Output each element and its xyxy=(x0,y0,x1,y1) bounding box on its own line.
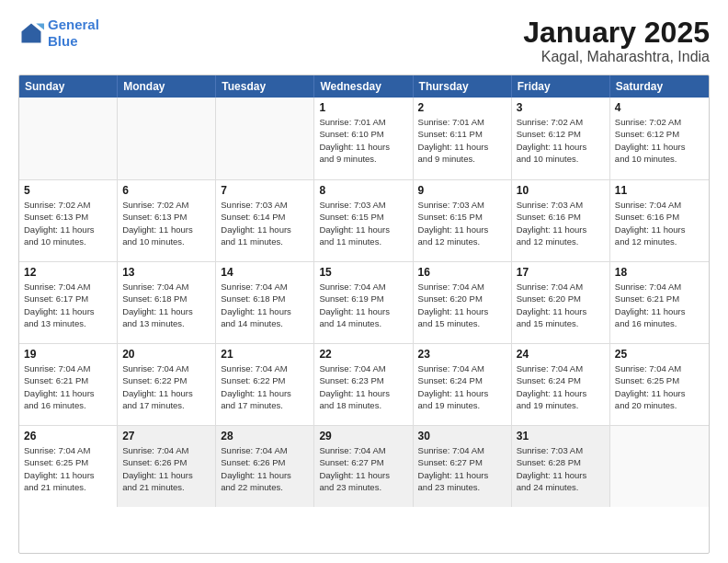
day-number: 26 xyxy=(24,430,112,442)
calendar-cell: 18Sunrise: 7:04 AM Sunset: 6:21 PM Dayli… xyxy=(610,262,709,343)
weekday-header: Wednesday xyxy=(314,75,413,98)
day-info: Sunrise: 7:03 AM Sunset: 6:14 PM Dayligh… xyxy=(221,199,309,247)
day-info: Sunrise: 7:04 AM Sunset: 6:26 PM Dayligh… xyxy=(122,444,210,493)
day-info: Sunrise: 7:03 AM Sunset: 6:16 PM Dayligh… xyxy=(517,199,605,247)
svg-marker-0 xyxy=(22,24,41,43)
day-info: Sunrise: 7:04 AM Sunset: 6:23 PM Dayligh… xyxy=(319,362,407,411)
calendar-cell xyxy=(610,426,709,507)
calendar-cell: 15Sunrise: 7:04 AM Sunset: 6:19 PM Dayli… xyxy=(314,262,413,343)
calendar-cell: 2Sunrise: 7:01 AM Sunset: 6:11 PM Daylig… xyxy=(414,98,512,179)
day-number: 27 xyxy=(122,430,210,442)
calendar: SundayMondayTuesdayWednesdayThursdayFrid… xyxy=(18,75,710,554)
calendar-cell: 25Sunrise: 7:04 AM Sunset: 6:25 PM Dayli… xyxy=(610,344,709,425)
calendar-cell: 11Sunrise: 7:04 AM Sunset: 6:16 PM Dayli… xyxy=(610,180,709,261)
day-number: 31 xyxy=(517,430,605,442)
calendar-cell: 13Sunrise: 7:04 AM Sunset: 6:18 PM Dayli… xyxy=(118,262,216,343)
logo-line1: General xyxy=(48,17,99,32)
day-number: 5 xyxy=(24,184,112,197)
calendar-subtitle: Kagal, Maharashtra, India xyxy=(523,49,710,65)
weekday-header: Sunday xyxy=(19,75,118,98)
day-number: 18 xyxy=(615,266,704,279)
logo: General Blue xyxy=(18,17,99,50)
day-info: Sunrise: 7:02 AM Sunset: 6:12 PM Dayligh… xyxy=(517,116,605,165)
day-info: Sunrise: 7:04 AM Sunset: 6:22 PM Dayligh… xyxy=(122,362,210,411)
day-info: Sunrise: 7:02 AM Sunset: 6:13 PM Dayligh… xyxy=(24,199,112,247)
day-number: 29 xyxy=(319,430,407,442)
day-info: Sunrise: 7:03 AM Sunset: 6:28 PM Dayligh… xyxy=(517,444,605,493)
calendar-cell xyxy=(118,98,216,179)
calendar-cell: 21Sunrise: 7:04 AM Sunset: 6:22 PM Dayli… xyxy=(216,344,314,425)
calendar-cell: 7Sunrise: 7:03 AM Sunset: 6:14 PM Daylig… xyxy=(216,180,314,261)
day-info: Sunrise: 7:04 AM Sunset: 6:20 PM Dayligh… xyxy=(517,281,605,329)
day-number: 15 xyxy=(319,266,407,279)
day-info: Sunrise: 7:04 AM Sunset: 6:27 PM Dayligh… xyxy=(319,444,407,493)
day-number: 25 xyxy=(615,348,704,361)
calendar-cell: 3Sunrise: 7:02 AM Sunset: 6:12 PM Daylig… xyxy=(512,98,610,179)
weekday-header: Friday xyxy=(512,75,610,98)
day-number: 8 xyxy=(319,184,407,197)
day-info: Sunrise: 7:04 AM Sunset: 6:21 PM Dayligh… xyxy=(615,281,704,329)
calendar-cell: 20Sunrise: 7:04 AM Sunset: 6:22 PM Dayli… xyxy=(118,344,216,425)
calendar-week: 19Sunrise: 7:04 AM Sunset: 6:21 PM Dayli… xyxy=(19,343,709,425)
day-info: Sunrise: 7:04 AM Sunset: 6:21 PM Dayligh… xyxy=(24,362,112,411)
day-number: 24 xyxy=(517,348,605,361)
calendar-title: January 2025 xyxy=(523,17,710,49)
day-number: 21 xyxy=(221,348,309,361)
day-number: 16 xyxy=(418,266,506,279)
day-number: 10 xyxy=(517,184,605,197)
day-number: 30 xyxy=(418,430,506,442)
day-number: 6 xyxy=(122,184,210,197)
day-info: Sunrise: 7:04 AM Sunset: 6:17 PM Dayligh… xyxy=(24,281,112,329)
day-info: Sunrise: 7:04 AM Sunset: 6:20 PM Dayligh… xyxy=(418,281,506,329)
day-info: Sunrise: 7:04 AM Sunset: 6:18 PM Dayligh… xyxy=(221,281,309,329)
day-number: 22 xyxy=(319,348,407,361)
page: General Blue January 2025 Kagal, Maharas… xyxy=(0,0,728,563)
calendar-cell xyxy=(19,98,118,179)
day-info: Sunrise: 7:04 AM Sunset: 6:24 PM Dayligh… xyxy=(517,362,605,411)
calendar-cell: 8Sunrise: 7:03 AM Sunset: 6:15 PM Daylig… xyxy=(314,180,413,261)
calendar-week: 12Sunrise: 7:04 AM Sunset: 6:17 PM Dayli… xyxy=(19,261,709,343)
day-number: 2 xyxy=(418,101,506,114)
calendar-cell: 4Sunrise: 7:02 AM Sunset: 6:12 PM Daylig… xyxy=(610,98,709,179)
weekday-header: Monday xyxy=(118,75,216,98)
calendar-cell: 23Sunrise: 7:04 AM Sunset: 6:24 PM Dayli… xyxy=(414,344,512,425)
calendar-week: 1Sunrise: 7:01 AM Sunset: 6:10 PM Daylig… xyxy=(19,98,709,179)
calendar-cell: 30Sunrise: 7:04 AM Sunset: 6:27 PM Dayli… xyxy=(414,426,512,507)
weekday-header: Saturday xyxy=(610,75,709,98)
calendar-week: 5Sunrise: 7:02 AM Sunset: 6:13 PM Daylig… xyxy=(19,179,709,261)
calendar-header: SundayMondayTuesdayWednesdayThursdayFrid… xyxy=(19,75,709,98)
calendar-cell: 17Sunrise: 7:04 AM Sunset: 6:20 PM Dayli… xyxy=(512,262,610,343)
calendar-cell: 6Sunrise: 7:02 AM Sunset: 6:13 PM Daylig… xyxy=(118,180,216,261)
weekday-header: Thursday xyxy=(414,75,512,98)
day-number: 28 xyxy=(221,430,309,442)
day-info: Sunrise: 7:04 AM Sunset: 6:24 PM Dayligh… xyxy=(418,362,506,411)
day-info: Sunrise: 7:02 AM Sunset: 6:13 PM Dayligh… xyxy=(122,199,210,247)
header: General Blue January 2025 Kagal, Maharas… xyxy=(18,17,710,65)
day-info: Sunrise: 7:02 AM Sunset: 6:12 PM Dayligh… xyxy=(615,116,704,165)
calendar-cell: 28Sunrise: 7:04 AM Sunset: 6:26 PM Dayli… xyxy=(216,426,314,507)
calendar-cell: 24Sunrise: 7:04 AM Sunset: 6:24 PM Dayli… xyxy=(512,344,610,425)
day-info: Sunrise: 7:04 AM Sunset: 6:25 PM Dayligh… xyxy=(24,444,112,493)
day-info: Sunrise: 7:03 AM Sunset: 6:15 PM Dayligh… xyxy=(418,199,506,247)
calendar-body: 1Sunrise: 7:01 AM Sunset: 6:10 PM Daylig… xyxy=(19,98,709,507)
day-number: 12 xyxy=(24,266,112,279)
day-info: Sunrise: 7:04 AM Sunset: 6:18 PM Dayligh… xyxy=(122,281,210,329)
day-number: 20 xyxy=(122,348,210,361)
calendar-cell: 12Sunrise: 7:04 AM Sunset: 6:17 PM Dayli… xyxy=(19,262,118,343)
logo-icon xyxy=(18,20,44,46)
day-info: Sunrise: 7:04 AM Sunset: 6:26 PM Dayligh… xyxy=(221,444,309,493)
day-number: 11 xyxy=(615,184,704,197)
day-info: Sunrise: 7:04 AM Sunset: 6:25 PM Dayligh… xyxy=(615,362,704,411)
day-number: 17 xyxy=(517,266,605,279)
day-info: Sunrise: 7:03 AM Sunset: 6:15 PM Dayligh… xyxy=(319,199,407,247)
calendar-cell: 9Sunrise: 7:03 AM Sunset: 6:15 PM Daylig… xyxy=(414,180,512,261)
calendar-cell: 5Sunrise: 7:02 AM Sunset: 6:13 PM Daylig… xyxy=(19,180,118,261)
calendar-week: 26Sunrise: 7:04 AM Sunset: 6:25 PM Dayli… xyxy=(19,425,709,507)
day-info: Sunrise: 7:04 AM Sunset: 6:19 PM Dayligh… xyxy=(319,281,407,329)
calendar-cell: 26Sunrise: 7:04 AM Sunset: 6:25 PM Dayli… xyxy=(19,426,118,507)
calendar-cell: 31Sunrise: 7:03 AM Sunset: 6:28 PM Dayli… xyxy=(512,426,610,507)
calendar-cell: 1Sunrise: 7:01 AM Sunset: 6:10 PM Daylig… xyxy=(314,98,413,179)
day-number: 19 xyxy=(24,348,112,361)
logo-text: General Blue xyxy=(48,17,99,50)
day-info: Sunrise: 7:04 AM Sunset: 6:16 PM Dayligh… xyxy=(615,199,704,247)
